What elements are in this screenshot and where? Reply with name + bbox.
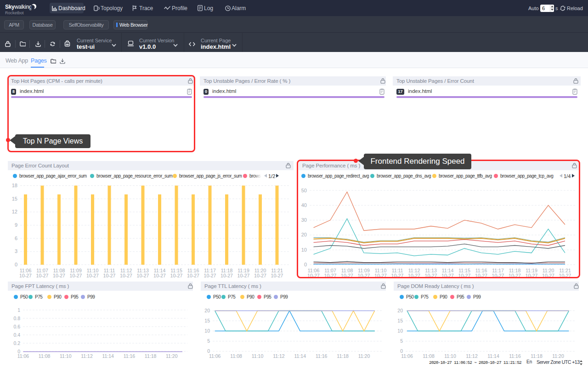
svg-text:10-27: 10-27 <box>220 273 233 278</box>
svg-text:12: 12 <box>12 209 17 214</box>
svg-text:10-27: 10-27 <box>137 273 149 278</box>
svg-text:11:18: 11:18 <box>531 353 543 359</box>
svg-text:10-27: 10-27 <box>120 273 132 278</box>
svg-text:10-27: 10-27 <box>237 273 250 278</box>
svg-text:11:14: 11:14 <box>102 353 114 359</box>
svg-text:11:12: 11:12 <box>81 353 93 359</box>
svg-text:10-27: 10-27 <box>103 273 116 278</box>
svg-text:11:06: 11:06 <box>17 353 29 359</box>
svg-text:11:08: 11:08 <box>230 353 242 359</box>
svg-text:0: 0 <box>15 262 17 267</box>
svg-text:11:18: 11:18 <box>145 353 157 359</box>
svg-text:11:14: 11:14 <box>487 353 499 359</box>
svg-text:20: 20 <box>397 308 403 313</box>
svg-text:10-27: 10-27 <box>187 273 199 278</box>
svg-text:11:20: 11:20 <box>166 353 178 359</box>
svg-text:11:08: 11:08 <box>423 353 435 359</box>
svg-text:10: 10 <box>397 328 403 334</box>
svg-text:10-27: 10-27 <box>170 273 183 278</box>
svg-text:11:16: 11:16 <box>316 353 328 359</box>
svg-text:11:12: 11:12 <box>466 353 478 359</box>
svg-text:11:10: 11:10 <box>444 353 456 359</box>
svg-text:15: 15 <box>12 196 17 201</box>
svg-text:18: 18 <box>12 183 17 188</box>
svg-text:20: 20 <box>204 308 210 313</box>
svg-text:10-27: 10-27 <box>271 273 283 278</box>
svg-text:10-27: 10-27 <box>86 273 99 278</box>
svg-text:11:06: 11:06 <box>401 353 413 359</box>
svg-text:9: 9 <box>15 222 17 228</box>
svg-text:11:20: 11:20 <box>358 353 370 359</box>
svg-text:11:14: 11:14 <box>294 353 306 359</box>
svg-text:11:16: 11:16 <box>509 353 521 359</box>
svg-text:11:10: 11:10 <box>252 353 264 359</box>
svg-text:6: 6 <box>15 236 17 241</box>
svg-text:0.6: 0.6 <box>13 324 20 329</box>
svg-text:10: 10 <box>204 328 210 334</box>
svg-text:5: 5 <box>400 338 403 344</box>
svg-text:11:08: 11:08 <box>39 353 51 359</box>
svg-text:10-27: 10-27 <box>36 273 49 278</box>
svg-text:15: 15 <box>204 318 210 323</box>
svg-text:10-27: 10-27 <box>19 273 32 278</box>
svg-text:0.2: 0.2 <box>13 340 20 346</box>
svg-text:0.4: 0.4 <box>13 332 20 338</box>
svg-text:15: 15 <box>397 318 403 323</box>
svg-text:11:18: 11:18 <box>337 353 349 359</box>
svg-text:1: 1 <box>17 307 20 313</box>
svg-text:11:12: 11:12 <box>273 353 285 359</box>
svg-text:10-27: 10-27 <box>70 273 82 278</box>
svg-text:11:16: 11:16 <box>124 353 136 359</box>
svg-text:10-27: 10-27 <box>204 273 216 278</box>
svg-text:11:10: 11:10 <box>60 353 72 359</box>
svg-text:10-27: 10-27 <box>53 273 65 278</box>
svg-text:10-27: 10-27 <box>153 273 166 278</box>
svg-text:10-27: 10-27 <box>254 273 266 278</box>
svg-text:3: 3 <box>15 248 17 254</box>
svg-text:11:20: 11:20 <box>552 353 564 359</box>
svg-text:0.8: 0.8 <box>13 316 20 321</box>
svg-text:11:06: 11:06 <box>209 353 221 359</box>
svg-text:5: 5 <box>207 338 210 344</box>
